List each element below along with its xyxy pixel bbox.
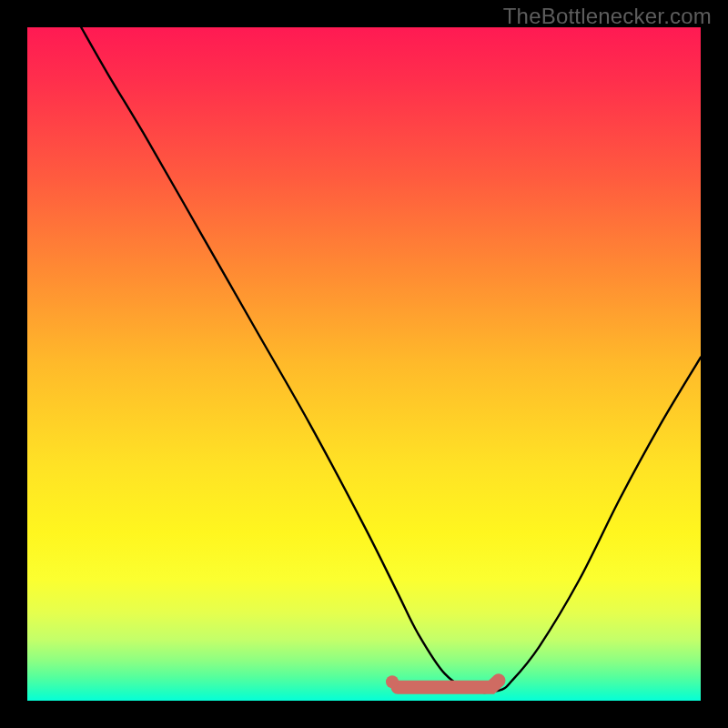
bottleneck-curve	[81, 27, 701, 693]
optimal-point-marker	[386, 675, 399, 688]
curve-layer	[27, 27, 701, 701]
watermark-text: TheBottlenecker.com	[503, 4, 712, 29]
plot-area	[27, 27, 701, 701]
optimal-range-marker	[398, 681, 499, 687]
chart-frame: TheBottlenecker.com	[0, 0, 728, 728]
